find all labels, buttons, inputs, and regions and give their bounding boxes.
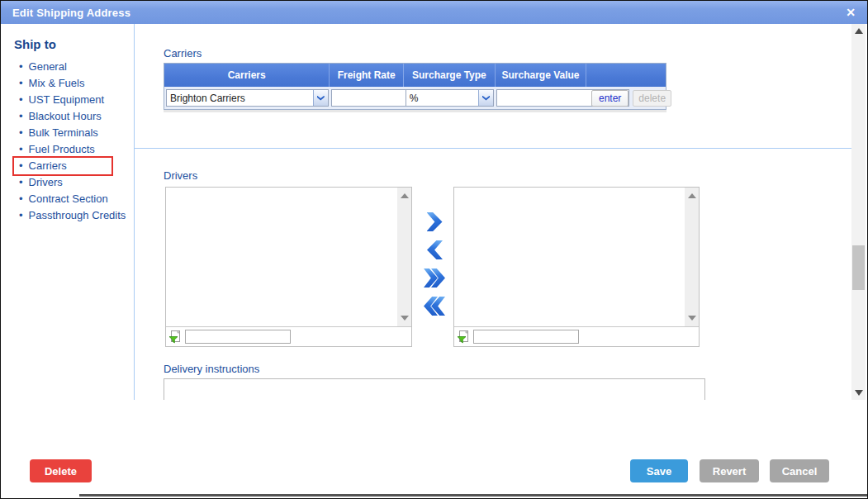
sidebar-item-contract-section[interactable]: •Contract Section xyxy=(14,191,131,207)
listbox-scrollbar[interactable] xyxy=(397,188,411,326)
carrier-select[interactable]: Brighton Carriers xyxy=(166,89,329,107)
sidebar-item-drivers[interactable]: •Drivers xyxy=(14,174,131,191)
bullet-icon: • xyxy=(19,108,23,125)
chevron-down-icon[interactable] xyxy=(478,90,493,106)
col-header-carriers: Carriers xyxy=(164,64,330,87)
sidebar-item-passthrough-credits[interactable]: •Passthrough Credits xyxy=(14,207,131,224)
bullet-icon: • xyxy=(19,92,23,108)
drivers-available-list[interactable] xyxy=(166,188,411,327)
carriers-table-row: Brighton Carriers % enter xyxy=(164,87,666,109)
sidebar-item-fuel-products[interactable]: •Fuel Products xyxy=(14,141,131,158)
carriers-table: Carriers Freight Rate Surcharge Type Sur… xyxy=(164,63,666,110)
bullet-icon: • xyxy=(19,59,23,75)
scroll-down-icon[interactable] xyxy=(851,386,866,400)
move-all-left-icon[interactable] xyxy=(424,297,445,316)
drivers-section-label: Drivers xyxy=(164,169,197,182)
bullet-icon: • xyxy=(19,158,23,174)
dialog-scrollbar[interactable] xyxy=(851,24,866,400)
dialog-title: Edit Shipping Address xyxy=(12,7,130,19)
dialog-body: Ship to •General •Mix & Fuels •UST Equip… xyxy=(1,24,851,400)
sidebar-list: •General •Mix & Fuels •UST Equipment •Bl… xyxy=(14,59,134,224)
col-header-surcharge-value: Surcharge Value xyxy=(496,64,587,87)
drivers-assigned-list[interactable] xyxy=(454,188,699,327)
scroll-up-icon[interactable] xyxy=(401,193,409,198)
chevron-down-icon[interactable] xyxy=(313,90,328,106)
close-icon[interactable]: ✕ xyxy=(846,7,856,18)
drivers-available-listbox xyxy=(165,187,412,347)
listbox-scrollbar[interactable] xyxy=(685,188,699,326)
scroll-down-icon[interactable] xyxy=(401,316,409,321)
delete-button[interactable]: Delete xyxy=(30,459,92,482)
delivery-instructions-textarea[interactable] xyxy=(164,378,705,400)
sidebar-nav: Ship to •General •Mix & Fuels •UST Equip… xyxy=(1,24,134,400)
carriers-section-label: Carriers xyxy=(164,47,202,59)
sidebar-divider xyxy=(134,24,135,400)
drivers-available-filter-row xyxy=(166,327,411,346)
sidebar-item-mix-fuels[interactable]: •Mix & Fuels xyxy=(14,75,131,92)
carrier-select-value: Brighton Carriers xyxy=(167,93,313,104)
drivers-assigned-filter-row xyxy=(454,327,699,346)
filter-icon[interactable] xyxy=(168,330,182,344)
col-header-actions xyxy=(586,64,666,87)
transfer-arrows xyxy=(422,212,447,325)
scrollbar-thumb[interactable] xyxy=(852,245,865,290)
scroll-up-icon[interactable] xyxy=(851,24,866,38)
sidebar-item-bulk-terminals[interactable]: •Bulk Terminals xyxy=(14,125,131,141)
move-right-icon[interactable] xyxy=(427,212,443,231)
drivers-assigned-filter-input[interactable] xyxy=(473,330,579,344)
sidebar-heading: Ship to xyxy=(14,37,134,51)
move-left-icon[interactable] xyxy=(427,240,443,259)
section-divider xyxy=(135,148,851,149)
bullet-icon: • xyxy=(19,174,23,191)
surcharge-type-select-value: % xyxy=(406,93,478,104)
sidebar-item-ust-equipment[interactable]: •UST Equipment xyxy=(14,92,131,108)
surcharge-type-select[interactable]: % xyxy=(406,89,494,107)
filter-icon[interactable] xyxy=(457,330,470,344)
sidebar-item-general[interactable]: •General xyxy=(14,59,131,75)
carriers-table-header: Carriers Freight Rate Surcharge Type Sur… xyxy=(164,64,666,87)
revert-button[interactable]: Revert xyxy=(700,459,759,482)
save-button[interactable]: Save xyxy=(630,459,688,482)
sidebar-item-carriers[interactable]: •Carriers xyxy=(12,156,113,176)
bullet-icon: • xyxy=(19,191,23,207)
bullet-icon: • xyxy=(19,125,23,141)
cancel-button[interactable]: Cancel xyxy=(770,459,829,482)
bullet-icon: • xyxy=(19,141,23,158)
dialog-titlebar: Edit Shipping Address ✕ xyxy=(1,1,867,24)
enter-button[interactable]: enter xyxy=(591,90,628,107)
move-all-right-icon[interactable] xyxy=(424,269,445,288)
row-delete-button[interactable]: delete xyxy=(633,90,671,107)
scroll-down-icon[interactable] xyxy=(688,316,696,321)
sidebar-item-blackout-hours[interactable]: •Blackout Hours xyxy=(14,108,131,125)
col-header-surcharge-type: Surcharge Type xyxy=(404,64,496,87)
drivers-available-filter-input[interactable] xyxy=(185,330,291,344)
bullet-icon: • xyxy=(19,75,23,92)
delivery-instructions-label: Delivery instructions xyxy=(164,363,259,375)
edit-shipping-address-dialog: Edit Shipping Address ✕ Ship to •General… xyxy=(0,0,868,499)
window-bottom-edge xyxy=(79,494,867,497)
scroll-up-icon[interactable] xyxy=(688,193,696,198)
bullet-icon: • xyxy=(19,207,23,224)
drivers-assigned-listbox xyxy=(453,187,700,347)
col-header-freight-rate: Freight Rate xyxy=(330,64,404,87)
